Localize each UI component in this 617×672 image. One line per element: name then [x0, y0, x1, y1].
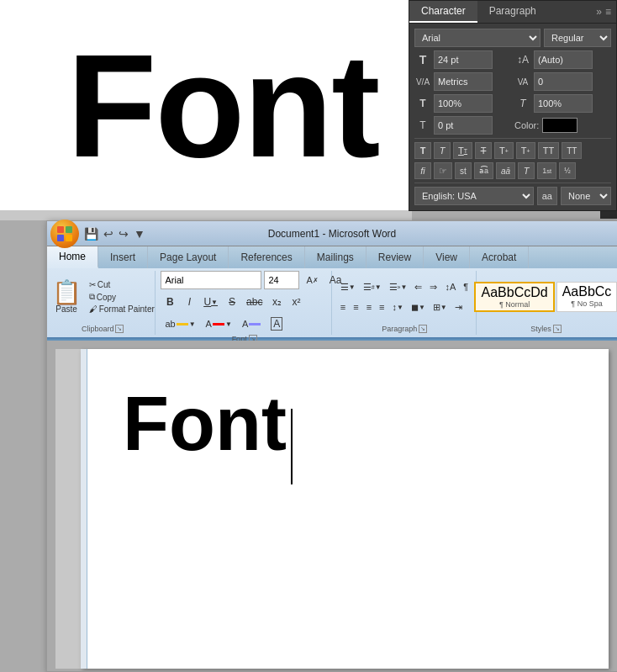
- para-btn-row-1: ☰▼ ☰#▼ ☰»▼ ⇐ ⇒ ↕A ¶: [337, 278, 472, 296]
- tab-page-layout[interactable]: Page Layout: [148, 246, 229, 268]
- copy-button[interactable]: ⧉ Copy: [87, 291, 157, 303]
- clear-abc-btn[interactable]: abc: [242, 293, 266, 311]
- font-family-select[interactable]: Arial: [414, 29, 541, 47]
- word-ribbon: Home Insert Page Layout References Maili…: [47, 246, 617, 341]
- align-right-button[interactable]: ≡: [363, 298, 375, 316]
- aa-method-btn[interactable]: aa: [537, 187, 557, 205]
- tab-character[interactable]: Character: [409, 1, 477, 23]
- tracking-input[interactable]: 0: [534, 72, 593, 91]
- ribbon-group-font: A✗ Aa B I U ▼ S: [157, 271, 331, 335]
- ordinals-btn[interactable]: a͡a: [474, 162, 493, 179]
- tab-mailings[interactable]: Mailings: [305, 246, 367, 268]
- char-shading-button[interactable]: A: [238, 315, 265, 333]
- italic-button[interactable]: I: [180, 293, 198, 311]
- orb-sq1: [57, 226, 64, 233]
- tab-paragraph[interactable]: Paragraph: [477, 1, 548, 23]
- clipboard-expander[interactable]: ↘: [115, 325, 124, 333]
- paste-button[interactable]: 📋 Paste: [49, 278, 85, 316]
- numbering-button[interactable]: ☰#▼: [360, 278, 385, 296]
- show-formatting-button[interactable]: ¶: [460, 278, 472, 296]
- discretionary-btn[interactable]: ☞: [434, 162, 452, 179]
- font-style-select[interactable]: Regular: [544, 29, 611, 47]
- shading-button[interactable]: ◼▼: [408, 298, 429, 316]
- orb-inner: [57, 226, 72, 241]
- shading-indicator: [249, 323, 261, 325]
- smallcaps-style-btn[interactable]: TT: [562, 142, 582, 159]
- font-name-input[interactable]: [161, 271, 261, 289]
- cut-button[interactable]: ✂ Cut: [87, 279, 157, 290]
- justify-button[interactable]: ≡: [376, 298, 388, 316]
- clear-format-btn[interactable]: A✗: [302, 271, 322, 289]
- word-page[interactable]: Font: [81, 349, 609, 669]
- format-painter-button[interactable]: 🖌 Format Painter: [87, 304, 157, 315]
- subscript-style-btn[interactable]: T+: [516, 142, 535, 159]
- subscript-button[interactable]: x₂: [267, 293, 286, 311]
- align-left-button[interactable]: ≡: [337, 298, 349, 316]
- super-num-btn[interactable]: 1st: [537, 162, 556, 179]
- tab-acrobat[interactable]: Acrobat: [470, 246, 529, 268]
- aa-method-select[interactable]: None: [561, 187, 611, 205]
- swash-btn[interactable]: aā: [496, 162, 515, 179]
- word-document-area[interactable]: Font: [47, 341, 617, 671]
- hscale-input[interactable]: 100%: [534, 94, 593, 113]
- strikethrough-style-btn[interactable]: T: [475, 142, 492, 159]
- bold-button[interactable]: B: [161, 293, 179, 311]
- align-center-button[interactable]: ≡: [350, 298, 361, 316]
- style-item-nospace[interactable]: AaBbCc ¶ No Spa: [556, 282, 617, 312]
- bold-style-btn[interactable]: T: [414, 142, 431, 159]
- bullets-button[interactable]: ☰▼: [337, 278, 359, 296]
- undo-qat-btn[interactable]: ↩: [102, 225, 115, 242]
- tracking-icon: VA: [514, 77, 531, 87]
- ribbon-body: 📋 Paste ✂ Cut ⧉ Copy 🖌: [47, 268, 617, 337]
- baseline-input[interactable]: 0 pt: [434, 116, 493, 135]
- borders-button[interactable]: ⊞▼: [430, 298, 451, 316]
- word-title: Document1 - Microsoft Word: [268, 228, 397, 240]
- panel-menu-icon[interactable]: ≡: [605, 6, 611, 18]
- superscript-style-btn[interactable]: T+: [494, 142, 514, 159]
- increase-indent-button[interactable]: ⇒: [426, 278, 440, 296]
- font-size-input[interactable]: [264, 271, 299, 289]
- font-size-icon: T: [414, 53, 431, 66]
- char-border-button[interactable]: A: [266, 315, 287, 333]
- style-item-normal[interactable]: AaBbCcDd ¶ Normal: [474, 282, 554, 312]
- ligatures-btn[interactable]: fi: [414, 162, 431, 179]
- tab-home[interactable]: Home: [47, 246, 98, 268]
- office-orb[interactable]: [50, 220, 79, 248]
- vscale-input[interactable]: 100%: [434, 94, 493, 113]
- old-style-btn[interactable]: st: [455, 162, 472, 179]
- kerning-input[interactable]: Metrics: [434, 72, 493, 91]
- fraction-btn[interactable]: ½: [559, 162, 576, 179]
- tab-view[interactable]: View: [424, 246, 470, 268]
- customize-qat-btn[interactable]: ▼: [132, 225, 147, 242]
- tab-references[interactable]: References: [229, 246, 304, 268]
- indent-col-button[interactable]: ⇥: [451, 298, 466, 316]
- line-spacing-button[interactable]: ↕▼: [389, 298, 407, 316]
- save-qat-btn[interactable]: 💾: [82, 225, 100, 242]
- sort-button[interactable]: ↕A: [441, 278, 459, 296]
- color-swatch[interactable]: [542, 118, 577, 133]
- italic-style-btn[interactable]: T: [434, 142, 451, 159]
- font-size-input[interactable]: 24 pt: [434, 50, 493, 69]
- underline-style-btn[interactable]: TT: [453, 142, 472, 159]
- superscript-button[interactable]: x²: [287, 293, 305, 311]
- language-select[interactable]: English: USA: [414, 187, 534, 205]
- titling-btn[interactable]: T: [518, 162, 535, 179]
- font-color-button[interactable]: A ▼: [202, 315, 236, 333]
- underline-button[interactable]: U ▼: [199, 293, 222, 311]
- tab-review[interactable]: Review: [367, 246, 424, 268]
- panel-tabs: Character Paragraph » ≡: [409, 1, 616, 24]
- redo-qat-btn[interactable]: ↪: [117, 225, 130, 242]
- clear-format-icon: A: [306, 275, 312, 285]
- para-expander[interactable]: ↘: [419, 325, 427, 333]
- multilevel-button[interactable]: ☰»▼: [386, 278, 411, 296]
- styles-expander[interactable]: ↘: [553, 325, 562, 333]
- clipboard-group-label: Clipboard ↘: [82, 323, 124, 335]
- double-arrow-icon[interactable]: »: [596, 6, 602, 18]
- allcaps-style-btn[interactable]: TT: [538, 142, 559, 159]
- tab-insert[interactable]: Insert: [98, 246, 148, 268]
- decrease-indent-button[interactable]: ⇐: [411, 278, 425, 296]
- text-cursor-area[interactable]: Font: [123, 383, 293, 484]
- leading-input[interactable]: (Auto): [534, 50, 593, 69]
- strikethrough-button[interactable]: S: [223, 293, 241, 311]
- text-highlight-button[interactable]: ab ▼: [161, 315, 199, 333]
